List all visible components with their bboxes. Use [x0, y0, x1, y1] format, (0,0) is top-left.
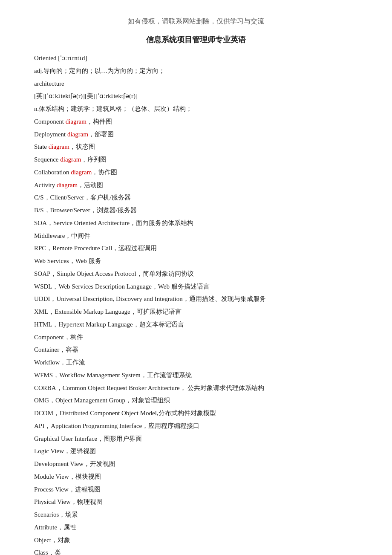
content-line: Physical View，物理视图 [34, 496, 358, 508]
content-line: Web Services，Web 服务 [34, 255, 358, 267]
content-line: WSDL，Web Services Description Language，W… [34, 281, 358, 293]
content-line: CORBA，Common Object Request Broker Archi… [34, 382, 358, 394]
content-line: State diagram，状态图 [34, 141, 358, 153]
content-line: Component，构件 [34, 332, 358, 344]
content-line: Logic View，逻辑视图 [34, 445, 358, 457]
content-line: architecture [34, 78, 358, 90]
content-line: SOAP，Simple Object Access Protocol，简单对象访… [34, 268, 358, 280]
content-line: SOA，Service Oriented Architecture，面向服务的体… [34, 217, 358, 229]
content-line: Scenarios，场景 [34, 509, 358, 521]
content-line: adj.导向的；定向的；以…为方向的；定方向； [34, 65, 358, 77]
content-line: Module View，模块视图 [34, 471, 358, 483]
content-line: Development View，开发视图 [34, 458, 358, 470]
content-line: B/S，Browser/Server，浏览器/服务器 [34, 205, 358, 217]
watermark: 如有侵权，请联系网站删除，仅供学习与交流 [34, 17, 358, 26]
content-line: RPC，Remote Procedure Call，远程过程调用 [34, 243, 358, 254]
content-line: Collaboration diagram，协作图 [34, 167, 358, 179]
content-line: WFMS，Workflow Management System，工作流管理系统 [34, 370, 358, 382]
content-line: Graphical User Interface，图形用户界面 [34, 433, 358, 445]
content-line: UDDI，Universal Description, Discovery an… [34, 293, 358, 305]
diagram-keyword: diagram [49, 143, 69, 150]
content-line: Container，容器 [34, 344, 358, 356]
content-line: Object，对象 [34, 535, 358, 546]
main-title: 信息系统项目管理师专业英语 [34, 35, 358, 45]
content-line: C/S，Client/Server，客户机/服务器 [34, 192, 358, 204]
content-line: Class，类 [34, 547, 358, 555]
content-line: HTML，Hypertext Markup Language，超文本标记语言 [34, 319, 358, 331]
content-line: [英][ˈɑːkɪtektʃə(r)][美][ˈɑːrkɪtektʃə(r)] [34, 90, 358, 102]
content-line: Deployment diagram，部署图 [34, 129, 358, 141]
diagram-keyword: diagram [71, 169, 92, 176]
content-line: API，Application Programming Interface，应用… [34, 420, 358, 432]
content-line: Middleware，中间件 [34, 230, 358, 242]
content-line: Attribute，属性 [34, 522, 358, 534]
content-block: Oriented [ˈɔːrɪrntɪd]adj.导向的；定向的；以…为方向的；… [34, 52, 358, 555]
diagram-keyword: diagram [66, 118, 86, 125]
diagram-keyword: diagram [57, 182, 78, 188]
diagram-keyword: diagram [67, 131, 88, 138]
content-line: Activity diagram，活动图 [34, 179, 358, 191]
content-line: Process View，进程视图 [34, 484, 358, 496]
content-line: OMG，Object Management Group，对象管理组织 [34, 395, 358, 407]
content-line: Oriented [ˈɔːrɪrntɪd] [34, 52, 358, 64]
content-line: XML，Extensible Markup Language，可扩展标记语言 [34, 306, 358, 318]
content-line: DCOM，Distributed Component Object Model,… [34, 408, 358, 419]
diagram-keyword: diagram [60, 156, 81, 163]
content-line: n.体系结构；建筑学；建筑风格；（总体、层次）结构； [34, 103, 358, 115]
content-line: Workflow，工作流 [34, 357, 358, 369]
content-line: Sequence diagram，序列图 [34, 154, 358, 166]
content-line: Component diagram，构件图 [34, 116, 358, 128]
